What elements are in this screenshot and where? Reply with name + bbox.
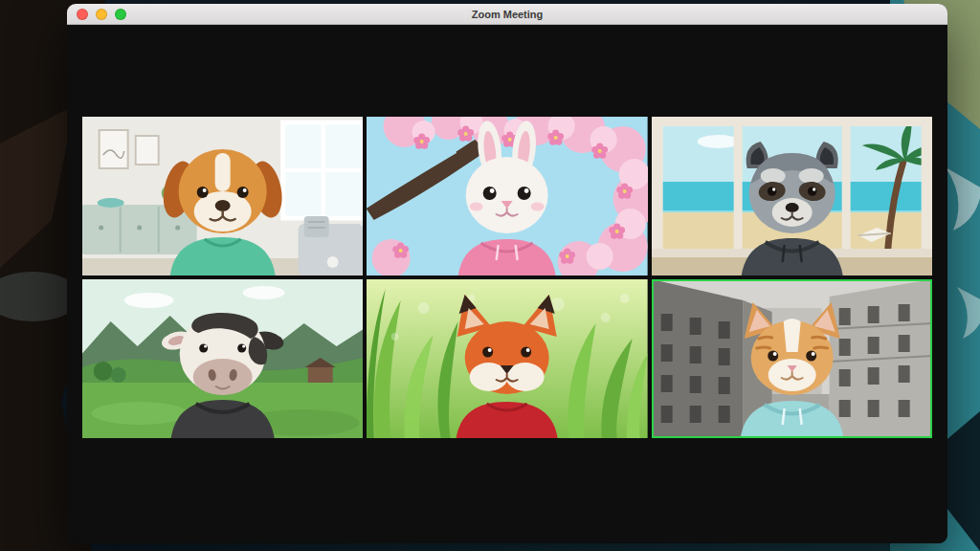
zoom-button[interactable] [115,9,126,20]
dog-avatar [159,149,287,276]
participant-tile-dog[interactable] [82,117,363,276]
desktop: Zoom Meeting [0,0,980,551]
traffic-lights [77,9,126,20]
participant-tile-raccoon[interactable] [652,117,932,276]
participant-tile-rabbit[interactable] [367,117,647,276]
minimize-button[interactable] [96,9,107,20]
participant-tile-fox[interactable] [367,279,647,438]
close-button[interactable] [77,9,88,20]
video-grid [82,117,932,438]
raccoon-avatar [741,142,842,276]
window-titlebar[interactable]: Zoom Meeting [67,4,947,25]
cat-avatar [740,302,843,438]
participant-tile-cat[interactable] [652,279,932,438]
participant-tile-cow[interactable] [82,279,363,438]
watermark-logo [327,256,339,268]
meeting-content [67,25,947,543]
window-title: Zoom Meeting [67,9,947,20]
zoom-window: Zoom Meeting [67,4,947,543]
